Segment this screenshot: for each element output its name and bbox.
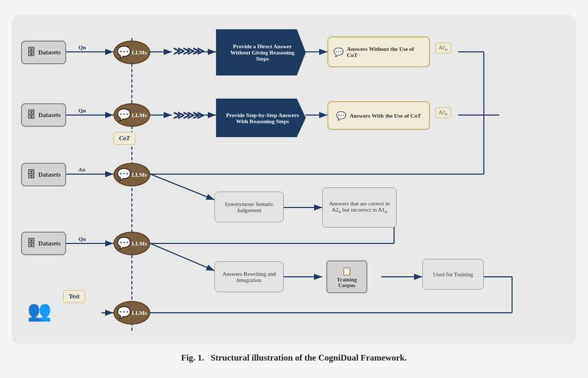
chat-icon-answer2: 💬 xyxy=(336,111,346,121)
test-label: Test xyxy=(69,293,80,300)
dataset-node-3: 🗄 Datasets xyxy=(21,163,66,186)
chevron-arrows-2: ≫≫≫ xyxy=(173,109,202,122)
dataset-label-4: Datasets xyxy=(38,240,61,248)
llm-label-1: LLMs xyxy=(132,49,147,55)
qn-label-2: Qn xyxy=(79,107,86,114)
used-for-training-node: Used for Training xyxy=(422,259,484,290)
caption-text: Structural illustration of the CogniDual… xyxy=(211,353,407,363)
chat-icon-1: 💬 xyxy=(117,46,131,59)
svg-line-16 xyxy=(150,174,214,200)
training-corpus-label: Training Corpus xyxy=(329,277,364,288)
answer-no-cot-label: Answers Without the Use of CoT xyxy=(347,46,424,58)
cot-box: CoT xyxy=(113,132,135,145)
dataset-label-3: Datasets xyxy=(38,171,61,179)
test-box: Test xyxy=(63,290,85,303)
chat-icon-3: 💬 xyxy=(117,168,131,181)
chat-icon-4: 💬 xyxy=(117,237,131,250)
rewriting-label: Answers Rewriting and Integration xyxy=(220,271,278,283)
correct-answers-label: Answers that are correct in A2n but inco… xyxy=(328,200,391,214)
llm-label-3: LLMs xyxy=(132,172,147,178)
training-corpus-node: 📋 Training Corpus xyxy=(324,259,370,295)
answer-with-cot-label: Answers With the Use of CoT xyxy=(349,112,421,119)
llm-node-4: 💬 LLMs xyxy=(113,232,150,255)
caption-title: Fig. 1. xyxy=(181,353,204,363)
llm-label-5: LLMs xyxy=(132,310,147,316)
qn-label-3: Qn xyxy=(79,236,86,242)
a2n-label: A2n xyxy=(439,109,447,117)
database-icon-3: 🗄 xyxy=(27,169,36,180)
llm-node-1: 💬 LLMs xyxy=(113,41,150,64)
synonymous-node: Synonymous Sematic Judgement xyxy=(214,192,284,222)
dataset-node-1: 🗄 Datasets xyxy=(21,41,66,64)
prompt-top-label: Provide a Direct Answer Without Giving R… xyxy=(225,43,300,62)
an-label: An xyxy=(79,166,85,173)
cot-label: CoT xyxy=(119,135,130,142)
answer-no-cot-box: 💬 Answers Without the Use of CoT xyxy=(327,36,430,67)
a1n-box: A1n xyxy=(435,43,451,53)
svg-line-21 xyxy=(150,243,214,271)
a1n-label: A1n xyxy=(439,44,447,52)
rewriting-node: Answers Rewriting and Integration xyxy=(214,261,284,292)
dataset-node-4: 🗄 Datasets xyxy=(21,232,66,255)
prompt-bottom-label: Provide Step-by-Step Answers With Reason… xyxy=(225,112,300,124)
prompt-box-bottom: Provide Step-by-Step Answers With Reason… xyxy=(216,99,306,137)
dataset-label-1: Datasets xyxy=(38,49,61,56)
answer-with-cot-box: 💬 Answers With the Use of CoT xyxy=(327,101,430,130)
diagram-box: 🗄 Datasets Qn 💬 LLMs ≫≫≫ Provide a Direc… xyxy=(12,15,576,344)
llm-label-2: LLMs xyxy=(132,112,147,118)
llm-node-3: 💬 LLMs xyxy=(113,163,150,186)
chat-icon-5: 💬 xyxy=(117,306,131,319)
database-icon-4: 🗄 xyxy=(27,238,36,249)
chevron-arrows-1: ≫≫≫ xyxy=(173,45,202,58)
prompt-box-top: Provide a Direct Answer Without Giving R… xyxy=(216,29,306,75)
dataset-node-2: 🗄 Datasets xyxy=(21,103,66,127)
dataset-label-2: Datasets xyxy=(38,111,61,119)
users-icon: 👥 xyxy=(27,299,51,322)
llm-node-2: 💬 LLMs xyxy=(113,103,150,127)
database-icon-2: 🗄 xyxy=(27,110,36,121)
correct-answers-node: Answers that are correct in A2n but inco… xyxy=(322,187,397,228)
corpus-cylinder: 📋 Training Corpus xyxy=(326,260,367,293)
used-for-training-label: Used for Training xyxy=(433,271,473,277)
database-icon-1: 🗄 xyxy=(27,47,36,58)
qn-label-1: Qn xyxy=(79,44,86,50)
a2n-box: A2n xyxy=(435,107,451,118)
llm-label-4: LLMs xyxy=(132,240,147,247)
synonymous-label: Synonymous Sematic Judgement xyxy=(220,201,278,213)
caption: Fig. 1. Structural illustration of the C… xyxy=(12,353,576,363)
main-container: 🗄 Datasets Qn 💬 LLMs ≫≫≫ Provide a Direc… xyxy=(12,15,576,363)
llm-node-5: 💬 LLMs xyxy=(113,301,150,325)
chat-icon-answer1: 💬 xyxy=(334,47,344,57)
chat-icon-2: 💬 xyxy=(117,108,131,122)
corpus-list-icon: 📋 xyxy=(342,266,352,276)
